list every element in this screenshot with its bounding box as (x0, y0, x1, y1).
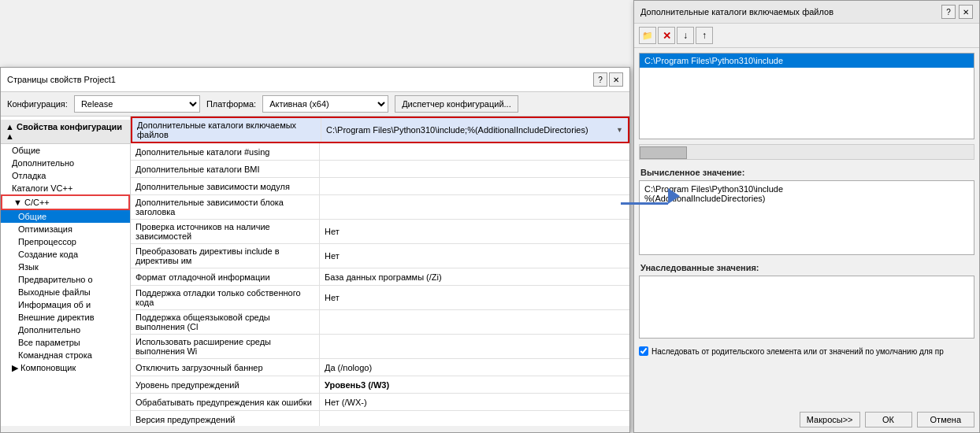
tree-item-language[interactable]: Язык (1, 261, 130, 273)
prop-name-include-dirs: Дополнительные каталоги включаемых файло… (132, 118, 321, 142)
prop-name-using-dirs: Дополнительные каталоги #using (131, 143, 320, 160)
prop-name-winrt: Использовать расширение среды выполнения… (131, 335, 320, 358)
include-list-item-0[interactable]: C:\Program Files\Python310\include (640, 54, 974, 68)
inherit-checkbox[interactable] (639, 346, 648, 356)
prop-name-clr: Поддержка общеязыковой среды выполнения … (131, 310, 320, 334)
tree-item-vc-dirs[interactable]: Каталоги VC++ (1, 182, 130, 194)
include-list: C:\Program Files\Python310\include (639, 53, 974, 139)
dialog-content: ▲ Свойства конфигурации ▲ Общие Дополнит… (1, 117, 629, 426)
prop-value-header-deps (320, 195, 629, 219)
move-up-button[interactable]: ↑ (696, 27, 713, 44)
tree-item-output-files[interactable]: Выходные файлы (1, 286, 130, 298)
prop-row-module-deps[interactable]: Дополнительные зависимости модуля (131, 178, 629, 195)
tree-item-external-inc[interactable]: Внешние директив (1, 311, 130, 324)
prop-value-warning-version (320, 411, 629, 426)
props-panel: Дополнительные каталоги включаемых файло… (131, 117, 629, 426)
prop-value-source-check: Нет (320, 220, 629, 243)
prop-name-warnings-as-errors: Обрабатывать предупреждения как ошибки (131, 394, 320, 410)
prop-row-warning-version[interactable]: Версия предупреждений (131, 411, 629, 426)
add-folder-button[interactable]: 📁 (639, 27, 656, 44)
platform-dropdown[interactable]: Активная (x64) (262, 95, 388, 113)
delete-item-button[interactable]: ✕ (658, 27, 675, 44)
tree-item-cpp[interactable]: ▼ C/C++ (1, 194, 130, 210)
prop-value-include-convert: Нет (320, 244, 629, 268)
prop-name-source-check: Проверка источников на наличие зависимос… (131, 220, 320, 243)
prop-name-warning-level: Уровень предупреждений (131, 376, 320, 393)
arrow-connector (621, 195, 668, 198)
prop-name-warning-version: Версия предупреждений (131, 411, 320, 426)
prop-row-include-convert[interactable]: Преобразовать директивы include в директ… (131, 244, 629, 268)
help-button[interactable]: ? (593, 72, 607, 87)
tree-item-advanced2[interactable]: Дополнительно (1, 324, 130, 336)
config-dropdown[interactable]: Release (74, 95, 200, 113)
inherit-checkbox-label: Наследовать от родительского элемента ил… (651, 347, 944, 356)
tree-header: ▲ Свойства конфигурации ▲ (1, 120, 130, 144)
prop-row-using-dirs[interactable]: Дополнительные каталоги #using (131, 143, 629, 161)
platform-label: Платформа: (206, 99, 256, 109)
prop-value-include-dirs[interactable]: C:\Program Files\Python310\include;%(Add… (321, 118, 628, 142)
prop-row-bmi-dirs[interactable]: Дополнительные каталоги BMI (131, 161, 629, 178)
cancel-button[interactable]: Отмена (917, 412, 974, 427)
prop-row-warnings-as-errors[interactable]: Обрабатывать предупреждения как ошибки Н… (131, 394, 629, 411)
prop-row-just-my-code[interactable]: Поддержка отладки только собственного ко… (131, 286, 629, 310)
title-controls: ? ✕ (593, 72, 623, 87)
prop-name-bmi-dirs: Дополнительные каталоги BMI (131, 161, 320, 177)
prop-name-include-convert: Преобразовать директивы include в директ… (131, 244, 320, 268)
scrollbar-thumb[interactable] (640, 146, 687, 159)
tree-item-precomp[interactable]: Предварительно о (1, 273, 130, 286)
include-dialog-titlebar: Дополнительные каталоги включаемых файло… (634, 1, 979, 24)
include-dirs-dialog: Дополнительные каталоги включаемых файло… (633, 0, 980, 433)
computed-value-label: Вычисленное значение: (634, 165, 979, 180)
prop-name-header-deps: Дополнительные зависимости блока заголов… (131, 195, 320, 219)
prop-row-warning-level[interactable]: Уровень предупреждений Уровень3 (/W3) (131, 376, 629, 394)
tree-item-advanced[interactable]: Дополнительно (1, 157, 130, 169)
tree-item-codegen[interactable]: Создание кода (1, 248, 130, 261)
arrow-body (621, 202, 668, 205)
prop-name-nologo: Отключить загрузочный баннер (131, 359, 320, 376)
include-dialog-controls: ? ✕ (941, 5, 973, 19)
ok-button[interactable]: ОК (865, 412, 912, 427)
tree-item-general[interactable]: Общие (1, 144, 130, 157)
prop-row-header-deps[interactable]: Дополнительные зависимости блока заголов… (131, 195, 629, 220)
dropdown-arrow-icon[interactable]: ▼ (616, 126, 623, 134)
prop-row-winrt[interactable]: Использовать расширение среды выполнения… (131, 335, 629, 359)
tree-item-debug[interactable]: Отладка (1, 169, 130, 182)
bottom-buttons-area: Макросы>> ОК Отмена (634, 407, 979, 432)
prop-value-debug-format: База данных программы (/Zi) (320, 268, 629, 285)
prop-row-nologo[interactable]: Отключить загрузочный баннер Да (/nologo… (131, 359, 629, 376)
tree-item-browse-info[interactable]: Информация об и (1, 298, 130, 311)
inherited-values-label: Унаследованные значения: (634, 260, 979, 276)
tree-item-cmdline[interactable]: Командная строка (1, 349, 130, 361)
macros-button[interactable]: Макросы>> (800, 412, 860, 427)
move-up-icon: ↑ (702, 30, 707, 41)
prop-row-source-check[interactable]: Проверка источников на наличие зависимос… (131, 220, 629, 244)
tree-item-preprocessor[interactable]: Препроцессор (1, 235, 130, 248)
config-manager-button[interactable]: Диспетчер конфигураций... (395, 95, 518, 113)
prop-row-include-dirs[interactable]: Дополнительные каталоги включаемых файло… (131, 117, 629, 143)
include-dialog-title: Дополнительные каталоги включаемых файло… (640, 7, 833, 17)
include-horizontal-scrollbar[interactable] (639, 144, 974, 160)
computed-value-box: C:\Program Files\Python310\include %(Add… (639, 180, 974, 255)
prop-value-warnings-as-errors: Нет (/WX-) (320, 394, 629, 410)
dialog-toolbar: Конфигурация: Release Платформа: Активна… (1, 92, 629, 117)
prop-value-module-deps (320, 178, 629, 194)
tree-item-linker[interactable]: ▶ Компоновщик (1, 361, 130, 375)
main-dialog-title: Страницы свойств Project1 (7, 75, 116, 84)
prop-name-debug-format: Формат отладочной информации (131, 268, 320, 285)
close-button[interactable]: ✕ (609, 72, 623, 87)
include-dialog-close-button[interactable]: ✕ (959, 5, 973, 19)
tree-item-optimization[interactable]: Оптимизация (1, 223, 130, 235)
main-dialog-titlebar: Страницы свойств Project1 ? ✕ (1, 68, 629, 92)
config-label: Конфигурация: (7, 99, 68, 109)
prop-value-warning-level: Уровень3 (/W3) (320, 376, 629, 393)
move-down-button[interactable]: ↓ (677, 27, 694, 44)
include-dialog-help-button[interactable]: ? (941, 5, 956, 19)
tree-item-all-params[interactable]: Все параметры (1, 336, 130, 349)
tree-item-cpp-general[interactable]: Общие (1, 210, 130, 223)
prop-value-clr (320, 310, 629, 334)
inherited-values-box (639, 276, 974, 339)
prop-row-debug-format[interactable]: Формат отладочной информации База данных… (131, 268, 629, 286)
include-toolbar: 📁 ✕ ↓ ↑ (634, 24, 979, 48)
prop-name-just-my-code: Поддержка отладки только собственного ко… (131, 286, 320, 309)
prop-row-clr[interactable]: Поддержка общеязыковой среды выполнения … (131, 310, 629, 335)
